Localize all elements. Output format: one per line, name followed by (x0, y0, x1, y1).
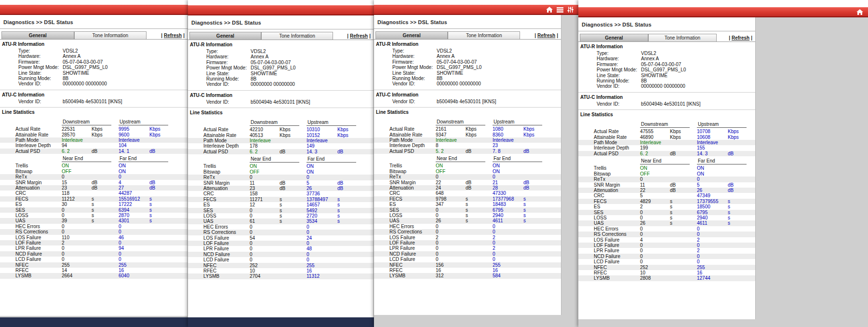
downstream-value: 0 (640, 210, 670, 215)
upstream-value: 11312 (307, 273, 337, 279)
refresh-link[interactable]: Refresh (732, 35, 749, 41)
stat-label: Bitswap (594, 171, 640, 177)
upstream-unit (523, 163, 561, 168)
upstream-unit (728, 248, 755, 253)
downstream-value: 9347 (436, 132, 466, 137)
stat-label: LOS Failure (15, 235, 62, 240)
downstream-unit (280, 164, 307, 169)
upstream-value: 255 (307, 263, 337, 268)
downstream-unit: Kbps (92, 126, 119, 132)
upstream-unit (523, 273, 561, 278)
info-value: SHOWTIME (437, 70, 561, 76)
info-label: Power Mngt Mode: (18, 65, 63, 70)
downstream-value: 11271 (250, 197, 280, 202)
refresh-link[interactable]: Refresh (164, 33, 182, 38)
downstream-value: 12 (250, 202, 280, 207)
atur-rows: Type:VDSL2Hardware:Annex AFirmware:05-07… (578, 51, 755, 89)
upstream-value: 2 (697, 248, 728, 253)
upstream-value: 255 (119, 262, 149, 268)
stat-label: SNR Margin (389, 180, 436, 185)
tab-tone-information[interactable]: Tone Information (261, 32, 333, 40)
stat-row: UAS39s4301s (0, 218, 187, 223)
stat-label: NFEC (15, 262, 62, 268)
downstream-value: 2664 (62, 273, 92, 278)
info-value: SHOWTIME (251, 71, 374, 76)
tab-general[interactable]: General (375, 31, 448, 39)
stat-row: Attainable Rate46890Kbps10608Kbps (578, 135, 755, 140)
downstream-value: 28570 (62, 132, 92, 137)
stat-row: RS Corrections00 (578, 232, 755, 237)
upstream-unit: s (149, 218, 187, 223)
upstream-value: 6795 (493, 207, 523, 213)
router-window: Diagnostics >> DSL Status General Tone I… (578, 0, 868, 327)
upstream-unit: Kbps (337, 133, 374, 138)
upstream-unit (149, 229, 187, 234)
home-icon[interactable] (856, 9, 863, 15)
downstream-unit: Kbps (92, 132, 119, 137)
refresh-link[interactable]: Refresh (537, 33, 555, 38)
stat-label: SNR Margin (15, 180, 62, 185)
stat-label: ReTx (594, 177, 640, 182)
stat-label: Actual Rate (594, 129, 640, 134)
tab-general[interactable]: General (580, 34, 648, 41)
stat-label: SNR Margin (203, 180, 250, 186)
stat-row: LPR Failure048 (188, 246, 374, 251)
tab-tone-information[interactable]: Tone Information (448, 31, 520, 39)
downstream-value: 158 (250, 191, 280, 196)
upstream-value: ON (697, 171, 728, 177)
downstream-value: 8 (436, 143, 466, 148)
upstream-unit (523, 224, 561, 229)
atur-rows: Type:VDSL2Hardware:Annex AFirmware:05-07… (374, 48, 561, 87)
upstream-value: 10608 (697, 135, 728, 140)
downstream-value: 10 (640, 270, 670, 275)
separator: | (161, 33, 162, 38)
downstream-unit (92, 257, 119, 262)
tab-general[interactable]: General (1, 31, 74, 39)
stat-label: Attenuation (203, 186, 250, 191)
upstream-unit: dB (728, 182, 755, 188)
stats1-rows: Actual Rate42210Kbps10310KbpsAttainable … (188, 127, 374, 154)
stat-row: LCD Failure00 (0, 257, 187, 262)
upstream-unit (149, 262, 187, 268)
stat-row: TrellisONON (0, 163, 187, 168)
tab-general[interactable]: General (189, 32, 261, 40)
upstream-unit: s (523, 207, 561, 213)
downstream-unit (466, 273, 493, 278)
downstream-header: Downstream (250, 120, 299, 126)
atur-rows: Type:VDSL2Hardware:Annex AFirmware:05-07… (188, 49, 374, 87)
upstream-unit: dB (149, 149, 187, 154)
tab-tone-information[interactable]: Tone Information (648, 34, 717, 41)
upstream-unit: dB (728, 188, 755, 193)
downstream-unit: s (92, 213, 119, 218)
stat-label: LOSS (594, 215, 640, 220)
downstream-unit: s (466, 218, 493, 223)
upstream-value: 2720 (307, 213, 337, 218)
downstream-unit: Kbps (466, 126, 493, 132)
refresh-link[interactable]: Refresh (350, 33, 368, 39)
stat-label: UAS (594, 220, 640, 226)
upstream-unit (149, 174, 187, 179)
stat-row: Attainable Rate28570Kbps9600Kbps (0, 132, 187, 137)
downstream-unit: s (466, 196, 493, 202)
downstream-unit: dB (280, 180, 307, 186)
downstream-unit: s (670, 215, 697, 220)
downstream-unit (280, 246, 307, 251)
stat-label: LYSMB (594, 275, 640, 281)
list-icon[interactable] (557, 7, 563, 13)
far-end-header: Far End (119, 156, 168, 162)
downstream-value: OFF (436, 169, 466, 174)
stat-row: BitswapOFFON (578, 171, 755, 177)
downstream-value: 0 (436, 245, 466, 251)
sliders-icon[interactable] (567, 7, 574, 13)
stat-label: LPR Failure (203, 246, 250, 251)
info-value: Annex A (63, 54, 187, 59)
tab-tone-information[interactable]: Tone Information (74, 31, 147, 39)
stat-label: Bitswap (389, 169, 436, 174)
downstream-value: Interleave (62, 137, 92, 143)
separator: | (751, 35, 752, 41)
stat-row: Path ModeInterleaveInterleave (578, 140, 755, 145)
home-icon[interactable] (546, 7, 553, 13)
downstream-unit (466, 174, 493, 179)
upstream-unit (728, 275, 755, 281)
upstream-value: 149 (307, 143, 337, 149)
